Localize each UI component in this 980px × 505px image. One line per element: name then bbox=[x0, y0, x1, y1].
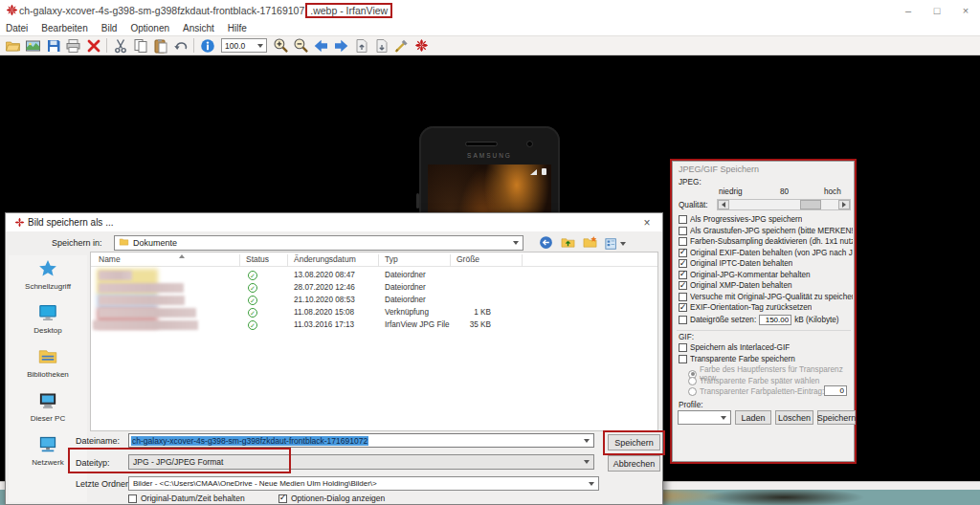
checkbox-icon[interactable] bbox=[679, 237, 687, 246]
column-header-size[interactable]: Größe bbox=[457, 254, 479, 264]
checkbox-icon[interactable] bbox=[679, 316, 687, 324]
close-button[interactable]: × bbox=[951, 0, 980, 20]
profile-save-button[interactable]: Speichern bbox=[817, 410, 856, 425]
show-options-checkbox[interactable]: Optionen-Dialog anzeigen bbox=[278, 494, 385, 503]
previous-image-icon[interactable] bbox=[311, 37, 331, 55]
chevron-down-icon bbox=[584, 460, 590, 464]
profile-load-button[interactable]: Laden bbox=[735, 410, 771, 425]
menu-item-bild[interactable]: Bild bbox=[101, 23, 118, 33]
column-header-date[interactable]: Änderungsdatum bbox=[294, 254, 356, 264]
checkbox-icon[interactable] bbox=[679, 259, 687, 268]
palette-entry-input[interactable] bbox=[824, 385, 847, 396]
quality-slider[interactable] bbox=[717, 199, 851, 210]
radio-icon[interactable] bbox=[688, 377, 697, 385]
file-row[interactable]: 13.08.2020 08:47 Dateiordner bbox=[91, 270, 657, 282]
checkbox-icon[interactable] bbox=[679, 215, 687, 224]
save-icon[interactable] bbox=[43, 37, 63, 55]
option-keep-xmp[interactable]: Original XMP-Daten behalten bbox=[679, 281, 853, 290]
undo-icon[interactable] bbox=[170, 37, 190, 55]
option-transparent-color[interactable]: Transparente Farbe speichern bbox=[679, 355, 853, 363]
delete-icon[interactable] bbox=[83, 37, 103, 55]
option-set-filesize[interactable]: Dateigröße setzen: kB (Kilobyte) bbox=[679, 315, 853, 325]
irfanview-logo-icon bbox=[12, 214, 26, 231]
file-row[interactable]: 21.10.2020 08:53 Dateiordner bbox=[91, 295, 657, 307]
quick-access-star-icon bbox=[37, 259, 58, 280]
option-keep-exif[interactable]: Original EXIF-Daten behalten (von JPG na… bbox=[679, 249, 853, 257]
column-header-status[interactable]: Status bbox=[246, 254, 269, 264]
radio-palette-entry[interactable]: Transparenter Farbpaletten-Eintrag: bbox=[688, 387, 824, 396]
menu-item-optionen[interactable]: Optionen bbox=[130, 23, 169, 33]
zoom-out-icon[interactable] bbox=[291, 37, 311, 55]
checkbox-icon[interactable] bbox=[278, 494, 287, 503]
cut-icon[interactable] bbox=[110, 37, 130, 55]
column-header-type[interactable]: Typ bbox=[385, 254, 398, 264]
slider-right-arrow-icon[interactable] bbox=[838, 200, 850, 209]
open-icon[interactable] bbox=[3, 37, 23, 55]
checkbox-icon[interactable] bbox=[679, 355, 687, 363]
option-keep-comment[interactable]: Original-JPG-Kommentar behalten bbox=[679, 271, 853, 279]
checkbox-icon[interactable] bbox=[679, 271, 687, 279]
radio-icon[interactable] bbox=[688, 387, 697, 396]
exit-irfanview-icon[interactable] bbox=[412, 37, 432, 55]
slider-thumb[interactable] bbox=[800, 200, 821, 209]
option-reset-exif-orientation[interactable]: EXIF-Orientation-Tag zurücksetzen bbox=[679, 303, 853, 312]
menu-item-bearbeiten[interactable]: Bearbeiten bbox=[41, 23, 87, 33]
filesize-input[interactable] bbox=[759, 315, 791, 325]
checkbox-icon[interactable] bbox=[679, 343, 687, 352]
settings-tools-icon[interactable] bbox=[391, 37, 412, 55]
next-image-icon[interactable] bbox=[331, 37, 351, 55]
page-up-icon[interactable] bbox=[351, 37, 371, 55]
menu-item-ansicht[interactable]: Ansicht bbox=[183, 23, 214, 33]
slideshow-icon[interactable] bbox=[23, 37, 43, 55]
dialog-close-icon[interactable]: × bbox=[634, 213, 660, 231]
go-back-icon[interactable] bbox=[539, 235, 553, 252]
info-icon[interactable] bbox=[197, 37, 217, 55]
option-keep-iptc[interactable]: Original IPTC-Daten behalten bbox=[679, 259, 853, 268]
print-icon[interactable] bbox=[63, 37, 83, 55]
save-button[interactable]: Speichern bbox=[608, 434, 660, 450]
checkbox-icon[interactable] bbox=[679, 249, 687, 257]
checkbox-icon[interactable] bbox=[128, 494, 137, 503]
place-this-pc[interactable]: Dieser PC bbox=[9, 387, 87, 431]
place-quick-access[interactable]: Schnellzugriff bbox=[9, 255, 87, 299]
minimize-button[interactable]: – bbox=[894, 0, 923, 20]
option-interlaced-gif[interactable]: Speichern als Interlaced-GIF bbox=[679, 343, 853, 352]
last-folder-combo[interactable]: Bilder - <C:\Users\CMAA\OneDrive - Neue … bbox=[128, 476, 599, 491]
gif-section-label: GIF: bbox=[679, 333, 694, 341]
copy-icon[interactable] bbox=[130, 37, 150, 55]
up-one-level-icon[interactable] bbox=[561, 235, 575, 252]
filetype-combo[interactable]: JPG - JPG/JPEG Format bbox=[128, 454, 594, 470]
paste-icon[interactable] bbox=[150, 37, 170, 55]
page-down-icon[interactable] bbox=[371, 37, 391, 55]
menu-item-hilfe[interactable]: Hilfe bbox=[228, 23, 247, 33]
profile-delete-button[interactable]: Löschen bbox=[775, 410, 813, 425]
filename-input[interactable]: ch-galaxy-xcover-4s-g398-sm-g398fzkdaut-… bbox=[128, 433, 594, 448]
file-row[interactable]: 28.07.2020 12:46 Dateiordner bbox=[91, 282, 657, 295]
cancel-button[interactable]: Abbrechen bbox=[608, 455, 660, 472]
option-keep-original-quality[interactable]: Versuche mit Original-JPG-Qualität zu sp… bbox=[679, 293, 853, 301]
radio-choose-later[interactable]: Transparente Farbe später wählen bbox=[688, 377, 819, 385]
checkbox-icon[interactable] bbox=[679, 281, 687, 290]
keep-date-checkbox[interactable]: Original-Datum/Zeit behalten bbox=[128, 494, 245, 503]
checkbox-icon[interactable] bbox=[679, 227, 687, 235]
file-row[interactable]: 11.03.2016 17:13 IrfanView JPG File 35 K… bbox=[91, 319, 657, 332]
zoom-level-combo[interactable]: 100.0 bbox=[221, 38, 267, 53]
slider-left-arrow-icon[interactable] bbox=[718, 200, 729, 209]
place-libraries[interactable]: Bibliotheken bbox=[9, 343, 87, 387]
new-folder-icon[interactable] bbox=[583, 235, 597, 252]
profile-combo[interactable] bbox=[678, 410, 731, 425]
column-header-name[interactable]: Name bbox=[99, 254, 121, 264]
option-progressive-jpg[interactable]: Als Progressives-JPG speichern bbox=[679, 215, 853, 224]
save-in-combo[interactable]: Dokumente bbox=[114, 235, 523, 251]
place-desktop[interactable]: Desktop bbox=[9, 299, 87, 343]
file-row[interactable]: 11.08.2020 15:08 Verknüpfung 1 KB bbox=[91, 307, 657, 319]
option-grayscale-jpg[interactable]: Als Graustufen-JPG speichern (bitte MERK… bbox=[679, 227, 853, 235]
maximize-button[interactable]: □ bbox=[923, 0, 951, 20]
menu-item-datei[interactable]: Datei bbox=[6, 23, 28, 33]
view-menu-icon[interactable] bbox=[605, 237, 626, 251]
option-disable-subsampling[interactable]: Farben-Subsampling deaktivieren (dh. 1x1… bbox=[679, 237, 853, 246]
checkbox-icon[interactable] bbox=[679, 303, 687, 312]
checkbox-icon[interactable] bbox=[679, 293, 687, 301]
zoom-in-icon[interactable] bbox=[271, 37, 291, 55]
network-icon bbox=[37, 435, 58, 456]
